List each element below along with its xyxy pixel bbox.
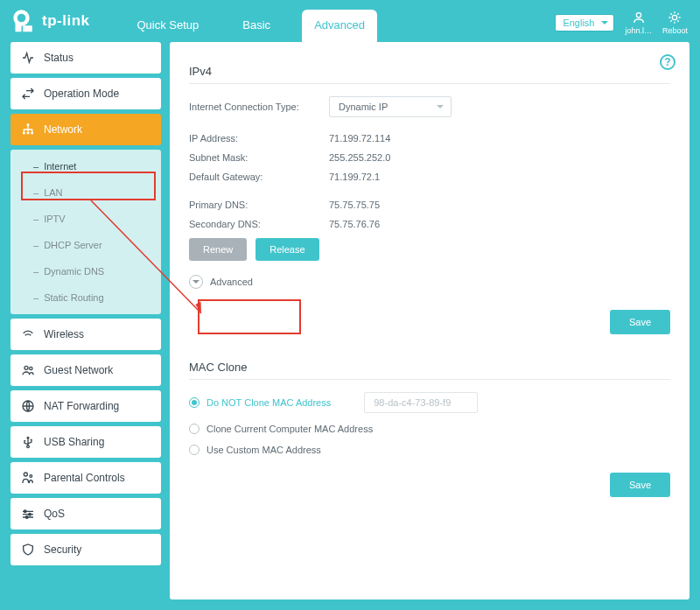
reboot-label: Reboot: [662, 26, 688, 35]
sub-item-iptv[interactable]: –IPTV: [10, 206, 161, 232]
sidebar-label: NAT Forwarding: [44, 400, 119, 412]
sidebar-item-security[interactable]: Security: [10, 534, 161, 565]
security-icon: [21, 543, 35, 557]
qos-icon: [21, 507, 35, 521]
dns1-label: Primary DNS:: [189, 200, 329, 210]
ip-value: 71.199.72.114: [329, 133, 390, 144]
conn-type-select[interactable]: Dynamic IP: [329, 96, 452, 117]
release-button[interactable]: Release: [256, 238, 318, 261]
svg-rect-2: [23, 25, 32, 32]
mac-opt-no-clone[interactable]: Do NOT Clone MAC Address 98-da-c4-73-89-…: [189, 392, 670, 413]
network-submenu: –Internet –LAN –IPTV –DHCP Server –Dynam…: [10, 150, 161, 314]
divider: [189, 379, 670, 380]
help-button[interactable]: ?: [660, 54, 676, 70]
main-panel: ? IPv4 Internet Connection Type: Dynamic…: [170, 42, 690, 599]
sub-item-static-routing[interactable]: –Static Routing: [10, 284, 161, 311]
svg-point-17: [25, 516, 28, 519]
sidebar-item-qos[interactable]: QoS: [10, 498, 161, 529]
user-account[interactable]: john.l…: [625, 11, 652, 35]
main-tabs: Quick Setup Basic Advanced: [125, 0, 377, 42]
conn-type-label: Internet Connection Type:: [189, 102, 329, 112]
sidebar-item-network[interactable]: Network: [10, 114, 161, 145]
svg-point-12: [27, 445, 30, 448]
svg-point-9: [24, 366, 28, 369]
sidebar-label: Guest Network: [44, 364, 113, 376]
radio-label: Do NOT Clone MAC Address: [206, 397, 331, 408]
tab-advanced[interactable]: Advanced: [302, 10, 377, 42]
network-icon: [21, 123, 35, 137]
ipv4-save-button[interactable]: Save: [610, 310, 670, 334]
sidebar-item-guest-network[interactable]: Guest Network: [10, 354, 161, 386]
sidebar-label: Security: [44, 543, 81, 556]
operation-mode-icon: [21, 87, 35, 101]
mac-save-button[interactable]: Save: [610, 473, 670, 497]
sidebar-item-nat-forwarding[interactable]: NAT Forwarding: [10, 390, 161, 422]
reboot-button[interactable]: Reboot: [662, 11, 688, 35]
svg-rect-1: [16, 23, 22, 32]
tab-quick-setup[interactable]: Quick Setup: [125, 10, 212, 42]
svg-rect-7: [27, 132, 30, 135]
mask-label: Subnet Mask:: [189, 152, 329, 163]
sidebar-label: Network: [44, 123, 82, 136]
mac-opt-custom[interactable]: Use Custom MAC Address: [189, 445, 670, 455]
sidebar-label: QoS: [44, 508, 65, 520]
dns2-value: 75.75.76.76: [329, 219, 380, 229]
svg-point-13: [24, 473, 27, 476]
radio-icon: [189, 424, 200, 434]
svg-rect-6: [23, 132, 25, 135]
sidebar-item-usb-sharing[interactable]: USB Sharing: [10, 426, 161, 458]
user-icon: [632, 11, 646, 25]
divider: [189, 83, 670, 84]
radio-icon: [189, 397, 200, 408]
dns1-value: 75.75.75.75: [329, 200, 380, 210]
sidebar-item-operation-mode[interactable]: Operation Mode: [10, 78, 161, 109]
advanced-toggle-label: Advanced: [210, 277, 253, 287]
ipv4-title: IPv4: [189, 65, 670, 78]
brand-logo: tp-link: [12, 9, 90, 33]
svg-point-16: [29, 513, 32, 515]
svg-point-10: [30, 367, 32, 369]
nat-icon: [21, 399, 35, 413]
sidebar-label: Parental Controls: [44, 472, 125, 484]
reboot-icon: [668, 11, 682, 25]
tab-basic[interactable]: Basic: [230, 10, 283, 42]
advanced-toggle[interactable]: Advanced: [189, 275, 670, 289]
mac-opt-clone-current[interactable]: Clone Current Computer MAC Address: [189, 424, 670, 434]
svg-point-15: [24, 510, 26, 513]
gw-label: Default Gateway:: [189, 172, 329, 182]
mac-clone-title: MAC Clone: [189, 361, 670, 374]
sub-item-internet[interactable]: –Internet: [10, 153, 161, 179]
dns2-label: Secondary DNS:: [189, 219, 329, 229]
sidebar-item-status[interactable]: Status: [10, 42, 161, 74]
sub-item-dhcp[interactable]: –DHCP Server: [10, 232, 161, 258]
mac-address-field: 98-da-c4-73-89-f9: [364, 392, 478, 413]
svg-point-4: [673, 15, 677, 19]
sidebar-label: Status: [44, 52, 74, 64]
chevron-down-icon: [189, 275, 203, 289]
brand-name: tp-link: [42, 12, 90, 30]
usb-icon: [21, 435, 35, 449]
language-select[interactable]: English: [555, 14, 614, 32]
svg-rect-8: [31, 132, 33, 135]
sidebar-label: Wireless: [44, 328, 84, 340]
header: tp-link Quick Setup Basic Advanced Engli…: [0, 0, 700, 42]
svg-point-0: [16, 12, 28, 25]
sidebar: Status Operation Mode Network –Internet …: [10, 42, 161, 599]
sub-item-lan[interactable]: –LAN: [10, 179, 161, 206]
status-icon: [21, 51, 35, 65]
sidebar-item-parental-controls[interactable]: Parental Controls: [10, 462, 161, 494]
sidebar-label: USB Sharing: [44, 436, 104, 448]
ip-label: IP Address:: [189, 133, 329, 144]
radio-label: Use Custom MAC Address: [206, 445, 321, 455]
sidebar-label: Operation Mode: [44, 88, 119, 100]
sidebar-item-wireless[interactable]: Wireless: [10, 319, 161, 350]
svg-point-14: [30, 475, 32, 478]
svg-rect-5: [27, 123, 30, 126]
parental-icon: [21, 471, 35, 485]
sub-item-ddns[interactable]: –Dynamic DNS: [10, 258, 161, 284]
radio-icon: [189, 445, 200, 455]
svg-point-3: [636, 13, 640, 18]
wireless-icon: [21, 327, 35, 341]
user-label: john.l…: [625, 26, 652, 35]
renew-button[interactable]: Renew: [189, 238, 247, 261]
